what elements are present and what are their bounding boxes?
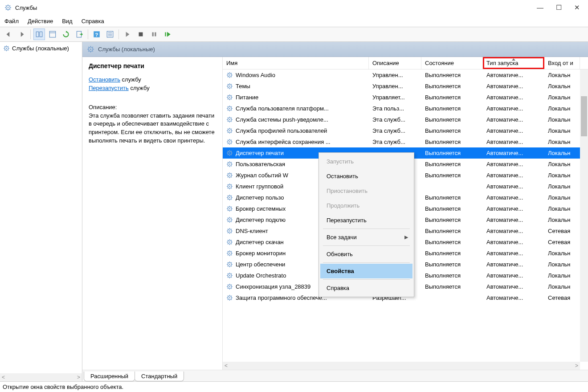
gear-icon (3, 45, 10, 52)
svg-rect-12 (49, 31, 56, 37)
chevron-right-icon: ▶ (404, 234, 408, 240)
back-button[interactable] (3, 29, 14, 40)
context-item-refresh[interactable]: Обновить (320, 247, 412, 261)
service-state: Выполняется (421, 216, 483, 223)
svg-text:?: ? (95, 32, 98, 37)
stop-service-link[interactable]: Остановить (89, 76, 120, 83)
table-row[interactable]: Служба пользователя платформ...Эта польз… (223, 103, 588, 114)
service-description: Управлен... (369, 83, 421, 90)
service-startup-type: Автоматиче... (483, 83, 544, 90)
tree-node-label: Службы (локальные) (12, 45, 69, 52)
table-row[interactable]: Служба профилей пользователейЭта служб..… (223, 125, 588, 136)
service-description: Управляет... (369, 94, 421, 101)
service-name: Клиент групповой (236, 183, 283, 190)
service-state: Выполняется (421, 205, 483, 212)
toolbar-separator (30, 29, 31, 39)
context-item-start: Запустить (320, 154, 412, 169)
service-state: Выполняется (421, 194, 483, 201)
column-header-description[interactable]: Описание (369, 57, 421, 69)
tab-extended[interactable]: Расширенный (84, 372, 135, 381)
table-row[interactable]: ТемыУправлен...ВыполняетсяАвтоматиче...Л… (223, 81, 588, 92)
service-startup-type: Автоматиче... (483, 72, 544, 78)
maximize-button[interactable]: ☐ (556, 4, 562, 12)
menu-action[interactable]: Действие (28, 18, 53, 24)
context-item-stop[interactable]: Остановить (320, 169, 412, 184)
column-header-name[interactable]: Имя (223, 57, 369, 69)
context-separator (323, 279, 410, 280)
list-button[interactable] (104, 29, 116, 40)
close-button[interactable]: ✕ (574, 4, 580, 12)
status-text: Открытие окна свойств выбранного объекта… (3, 384, 585, 390)
service-state: Выполняется (421, 161, 483, 167)
context-item-properties[interactable]: Свойства (320, 264, 412, 278)
service-startup-type: Автоматиче... (483, 150, 544, 156)
tab-standard[interactable]: Стандартный (135, 372, 184, 381)
gear-icon (226, 205, 233, 212)
show-hide-tree-button[interactable] (33, 29, 45, 40)
service-state: Выполняется (421, 283, 483, 290)
gear-icon (226, 83, 233, 90)
service-name: Брокер системных (236, 205, 286, 212)
forward-button[interactable] (16, 29, 28, 40)
context-separator (323, 229, 410, 229)
table-row[interactable]: ПитаниеУправляет...ВыполняетсяАвтоматиче… (223, 92, 588, 103)
menubar: Файл Действие Вид Справка (0, 15, 588, 27)
service-startup-type: Автоматиче... (483, 239, 544, 245)
context-item-help[interactable]: Справка (320, 281, 412, 295)
service-name: Служба профилей пользователей (236, 127, 327, 134)
refresh-button[interactable] (60, 29, 72, 40)
restart-service-button[interactable] (162, 29, 173, 40)
context-item-resume: Продолжить (320, 198, 412, 213)
minimize-button[interactable]: — (537, 4, 543, 12)
column-header-startup-type[interactable]: Тип запуска (483, 57, 544, 69)
service-description: Эта служб... (369, 127, 421, 134)
service-name: Питание (236, 94, 258, 101)
app-icon (4, 4, 12, 11)
service-name: Update Orchestrato (236, 272, 286, 279)
left-pane: Службы (локальные) < > (0, 42, 82, 381)
menu-help[interactable]: Справка (82, 18, 104, 24)
list-scrollbar-vertical[interactable] (580, 69, 588, 362)
scroll-left-icon: < (225, 363, 228, 369)
menu-view[interactable]: Вид (62, 18, 73, 24)
right-content: Диспетчер печати Остановить службу Перез… (82, 57, 588, 370)
scrollbar-thumb[interactable] (581, 96, 587, 136)
list-panel: Имя Описание Состояние Тип запуска Вход … (223, 57, 588, 370)
column-header-state[interactable]: Состояние (421, 57, 483, 69)
context-item-restart[interactable]: Перезапустить (320, 213, 412, 228)
table-row[interactable]: Windows AudioУправлен...ВыполняетсяАвтом… (223, 69, 588, 81)
context-item-pause: Приостановить (320, 184, 412, 198)
service-state: Выполняется (421, 250, 483, 257)
context-item-all-tasks[interactable]: Все задачи ▶ (320, 230, 412, 245)
help-button[interactable]: ? (91, 29, 102, 40)
table-row[interactable]: Служба интерфейса сохранения ...Эта служ… (223, 136, 588, 147)
service-name: Защита программного обеспече... (236, 294, 327, 301)
export-button[interactable] (74, 29, 85, 40)
restart-service-link[interactable]: Перезапустить (89, 85, 129, 91)
pause-service-button[interactable] (148, 29, 160, 40)
service-state: Выполняется (421, 228, 483, 234)
context-separator (323, 262, 410, 263)
gear-icon (226, 239, 233, 245)
gear-icon (226, 216, 233, 223)
list-scrollbar-horizontal[interactable]: < > (223, 362, 580, 370)
column-header-login[interactable]: Вход от и (544, 57, 580, 69)
gear-icon (226, 161, 233, 167)
gear-icon (226, 250, 233, 257)
start-service-button[interactable] (122, 29, 133, 40)
service-startup-type: Автоматиче... (483, 94, 544, 101)
tree-node-services-local[interactable]: Службы (локальные) (1, 43, 81, 53)
left-scrollbar-horizontal[interactable]: < > (0, 373, 82, 381)
table-row[interactable]: Служба системы push-уведомле...Эта служб… (223, 114, 588, 125)
service-description: Эта польз... (369, 105, 421, 112)
service-state: Выполняется (421, 172, 483, 179)
gear-icon (226, 94, 233, 101)
properties-button[interactable] (47, 29, 58, 40)
context-item-label: Свойства (327, 268, 354, 274)
context-separator (323, 245, 410, 246)
service-state: Выполняется (421, 83, 483, 90)
menu-file[interactable]: Файл (4, 18, 19, 24)
scroll-right-icon: > (575, 363, 578, 369)
statusbar: Открытие окна свойств выбранного объекта… (0, 381, 588, 392)
stop-service-button[interactable] (135, 29, 147, 40)
